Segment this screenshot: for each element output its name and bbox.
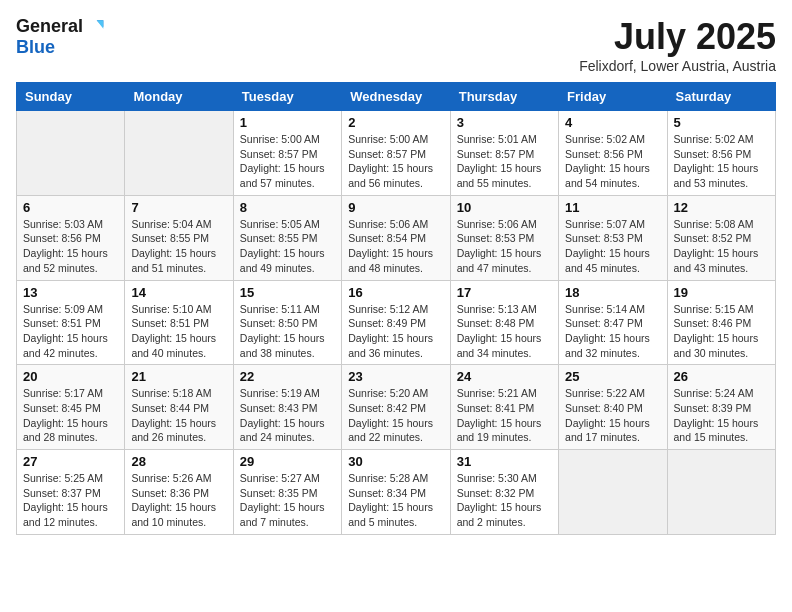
calendar-week-row: 6Sunrise: 5:03 AM Sunset: 8:56 PM Daylig… (17, 195, 776, 280)
logo-general-text: General (16, 16, 83, 37)
day-info: Sunrise: 5:07 AM Sunset: 8:53 PM Dayligh… (565, 217, 660, 276)
day-info: Sunrise: 5:22 AM Sunset: 8:40 PM Dayligh… (565, 386, 660, 445)
day-number: 3 (457, 115, 552, 130)
calendar-cell: 30Sunrise: 5:28 AM Sunset: 8:34 PM Dayli… (342, 450, 450, 535)
day-info: Sunrise: 5:06 AM Sunset: 8:53 PM Dayligh… (457, 217, 552, 276)
day-number: 17 (457, 285, 552, 300)
weekday-header-wednesday: Wednesday (342, 83, 450, 111)
location-subtitle: Felixdorf, Lower Austria, Austria (579, 58, 776, 74)
day-info: Sunrise: 5:01 AM Sunset: 8:57 PM Dayligh… (457, 132, 552, 191)
day-info: Sunrise: 5:00 AM Sunset: 8:57 PM Dayligh… (240, 132, 335, 191)
day-info: Sunrise: 5:19 AM Sunset: 8:43 PM Dayligh… (240, 386, 335, 445)
page-header: General Blue July 2025 Felixdorf, Lower … (16, 16, 776, 74)
day-info: Sunrise: 5:30 AM Sunset: 8:32 PM Dayligh… (457, 471, 552, 530)
calendar-week-row: 27Sunrise: 5:25 AM Sunset: 8:37 PM Dayli… (17, 450, 776, 535)
calendar-cell: 21Sunrise: 5:18 AM Sunset: 8:44 PM Dayli… (125, 365, 233, 450)
calendar-cell: 10Sunrise: 5:06 AM Sunset: 8:53 PM Dayli… (450, 195, 558, 280)
day-info: Sunrise: 5:27 AM Sunset: 8:35 PM Dayligh… (240, 471, 335, 530)
calendar-cell: 18Sunrise: 5:14 AM Sunset: 8:47 PM Dayli… (559, 280, 667, 365)
calendar-cell: 24Sunrise: 5:21 AM Sunset: 8:41 PM Dayli… (450, 365, 558, 450)
day-number: 22 (240, 369, 335, 384)
calendar-cell (667, 450, 775, 535)
calendar-cell: 11Sunrise: 5:07 AM Sunset: 8:53 PM Dayli… (559, 195, 667, 280)
calendar-table: SundayMondayTuesdayWednesdayThursdayFrid… (16, 82, 776, 535)
weekday-header-friday: Friday (559, 83, 667, 111)
day-info: Sunrise: 5:03 AM Sunset: 8:56 PM Dayligh… (23, 217, 118, 276)
calendar-cell: 27Sunrise: 5:25 AM Sunset: 8:37 PM Dayli… (17, 450, 125, 535)
day-number: 21 (131, 369, 226, 384)
day-number: 13 (23, 285, 118, 300)
day-info: Sunrise: 5:14 AM Sunset: 8:47 PM Dayligh… (565, 302, 660, 361)
day-info: Sunrise: 5:26 AM Sunset: 8:36 PM Dayligh… (131, 471, 226, 530)
day-info: Sunrise: 5:21 AM Sunset: 8:41 PM Dayligh… (457, 386, 552, 445)
calendar-header-row: SundayMondayTuesdayWednesdayThursdayFrid… (17, 83, 776, 111)
logo-blue-text: Blue (16, 37, 55, 58)
calendar-cell: 31Sunrise: 5:30 AM Sunset: 8:32 PM Dayli… (450, 450, 558, 535)
day-info: Sunrise: 5:02 AM Sunset: 8:56 PM Dayligh… (565, 132, 660, 191)
calendar-cell: 4Sunrise: 5:02 AM Sunset: 8:56 PM Daylig… (559, 111, 667, 196)
day-number: 18 (565, 285, 660, 300)
calendar-cell: 7Sunrise: 5:04 AM Sunset: 8:55 PM Daylig… (125, 195, 233, 280)
calendar-cell: 28Sunrise: 5:26 AM Sunset: 8:36 PM Dayli… (125, 450, 233, 535)
month-title: July 2025 (579, 16, 776, 58)
calendar-cell: 23Sunrise: 5:20 AM Sunset: 8:42 PM Dayli… (342, 365, 450, 450)
calendar-cell (17, 111, 125, 196)
calendar-cell: 17Sunrise: 5:13 AM Sunset: 8:48 PM Dayli… (450, 280, 558, 365)
calendar-cell: 9Sunrise: 5:06 AM Sunset: 8:54 PM Daylig… (342, 195, 450, 280)
calendar-cell (125, 111, 233, 196)
calendar-cell: 20Sunrise: 5:17 AM Sunset: 8:45 PM Dayli… (17, 365, 125, 450)
day-info: Sunrise: 5:13 AM Sunset: 8:48 PM Dayligh… (457, 302, 552, 361)
calendar-cell: 26Sunrise: 5:24 AM Sunset: 8:39 PM Dayli… (667, 365, 775, 450)
weekday-header-thursday: Thursday (450, 83, 558, 111)
day-number: 2 (348, 115, 443, 130)
weekday-header-saturday: Saturday (667, 83, 775, 111)
day-number: 28 (131, 454, 226, 469)
svg-marker-1 (97, 20, 104, 28)
day-info: Sunrise: 5:18 AM Sunset: 8:44 PM Dayligh… (131, 386, 226, 445)
day-number: 12 (674, 200, 769, 215)
day-number: 5 (674, 115, 769, 130)
calendar-cell: 8Sunrise: 5:05 AM Sunset: 8:55 PM Daylig… (233, 195, 341, 280)
day-info: Sunrise: 5:00 AM Sunset: 8:57 PM Dayligh… (348, 132, 443, 191)
calendar-cell: 2Sunrise: 5:00 AM Sunset: 8:57 PM Daylig… (342, 111, 450, 196)
logo: General Blue (16, 16, 105, 58)
calendar-cell: 19Sunrise: 5:15 AM Sunset: 8:46 PM Dayli… (667, 280, 775, 365)
day-number: 30 (348, 454, 443, 469)
day-info: Sunrise: 5:09 AM Sunset: 8:51 PM Dayligh… (23, 302, 118, 361)
day-number: 15 (240, 285, 335, 300)
day-number: 23 (348, 369, 443, 384)
calendar-week-row: 20Sunrise: 5:17 AM Sunset: 8:45 PM Dayli… (17, 365, 776, 450)
day-number: 11 (565, 200, 660, 215)
day-info: Sunrise: 5:02 AM Sunset: 8:56 PM Dayligh… (674, 132, 769, 191)
day-info: Sunrise: 5:25 AM Sunset: 8:37 PM Dayligh… (23, 471, 118, 530)
day-number: 7 (131, 200, 226, 215)
calendar-cell: 15Sunrise: 5:11 AM Sunset: 8:50 PM Dayli… (233, 280, 341, 365)
day-info: Sunrise: 5:08 AM Sunset: 8:52 PM Dayligh… (674, 217, 769, 276)
day-info: Sunrise: 5:17 AM Sunset: 8:45 PM Dayligh… (23, 386, 118, 445)
day-number: 16 (348, 285, 443, 300)
day-number: 31 (457, 454, 552, 469)
day-info: Sunrise: 5:20 AM Sunset: 8:42 PM Dayligh… (348, 386, 443, 445)
day-number: 19 (674, 285, 769, 300)
calendar-cell: 3Sunrise: 5:01 AM Sunset: 8:57 PM Daylig… (450, 111, 558, 196)
day-info: Sunrise: 5:05 AM Sunset: 8:55 PM Dayligh… (240, 217, 335, 276)
calendar-cell (559, 450, 667, 535)
logo-icon (85, 17, 105, 37)
day-number: 25 (565, 369, 660, 384)
day-number: 4 (565, 115, 660, 130)
day-info: Sunrise: 5:12 AM Sunset: 8:49 PM Dayligh… (348, 302, 443, 361)
calendar-cell: 13Sunrise: 5:09 AM Sunset: 8:51 PM Dayli… (17, 280, 125, 365)
calendar-week-row: 13Sunrise: 5:09 AM Sunset: 8:51 PM Dayli… (17, 280, 776, 365)
day-number: 29 (240, 454, 335, 469)
day-number: 1 (240, 115, 335, 130)
day-info: Sunrise: 5:15 AM Sunset: 8:46 PM Dayligh… (674, 302, 769, 361)
calendar-cell: 1Sunrise: 5:00 AM Sunset: 8:57 PM Daylig… (233, 111, 341, 196)
calendar-cell: 29Sunrise: 5:27 AM Sunset: 8:35 PM Dayli… (233, 450, 341, 535)
day-number: 27 (23, 454, 118, 469)
day-number: 20 (23, 369, 118, 384)
day-info: Sunrise: 5:28 AM Sunset: 8:34 PM Dayligh… (348, 471, 443, 530)
calendar-cell: 5Sunrise: 5:02 AM Sunset: 8:56 PM Daylig… (667, 111, 775, 196)
calendar-cell: 22Sunrise: 5:19 AM Sunset: 8:43 PM Dayli… (233, 365, 341, 450)
day-number: 24 (457, 369, 552, 384)
calendar-cell: 25Sunrise: 5:22 AM Sunset: 8:40 PM Dayli… (559, 365, 667, 450)
